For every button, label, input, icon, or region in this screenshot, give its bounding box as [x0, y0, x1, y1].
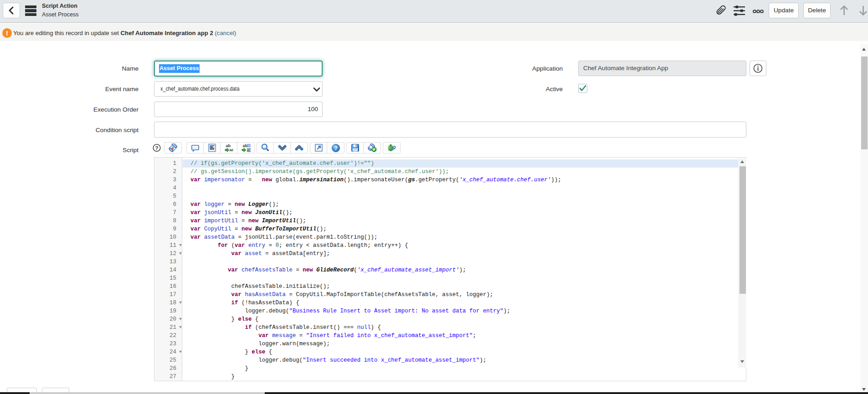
svg-text:ac: ac	[247, 148, 251, 152]
svg-text:ac: ac	[230, 148, 234, 152]
svg-text:?: ?	[155, 145, 158, 151]
svg-text:?: ?	[334, 145, 338, 151]
